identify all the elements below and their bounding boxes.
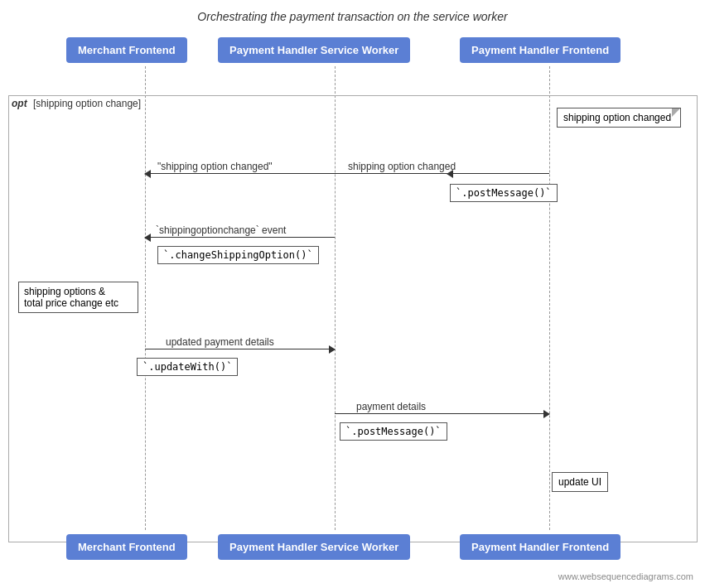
actor-sw-bottom: Payment Handler Service Worker: [218, 534, 410, 560]
arrow-shippingoptionchange: [145, 237, 335, 238]
actor-merchant-bottom: Merchant Frontend: [66, 534, 187, 560]
arrow-label-shippingoptionchange: `shippingoptionchange` event: [156, 224, 286, 236]
arrow-shipping-option-sw: [447, 173, 549, 174]
actor-merchant-top: Merchant Frontend: [66, 37, 187, 63]
arrow-sw-merchant: [145, 173, 447, 174]
diagram-title: Orchestrating the payment transaction on…: [0, 0, 705, 30]
method-changeShippingOption: `.changeShippingOption()`: [157, 246, 319, 264]
opt-condition: [shipping option change]: [33, 98, 141, 109]
arrow-label-payment-details: payment details: [356, 401, 426, 412]
method-updateWith: `.updateWith()`: [137, 358, 238, 376]
note-update-ui: update UI: [552, 472, 608, 492]
actor-frontend-top: Payment Handler Frontend: [460, 37, 620, 63]
diagram: Orchestrating the payment transaction on…: [0, 0, 705, 588]
method-postmessage-2: `.postMessage()`: [340, 422, 447, 441]
arrow-updated-payment: [145, 349, 335, 349]
opt-label: opt: [12, 98, 27, 109]
actor-sw-top: Payment Handler Service Worker: [218, 37, 410, 63]
arrow-label-updated-payment: updated payment details: [166, 336, 274, 348]
arrow-payment-details: [335, 413, 549, 414]
watermark: www.websequencediagrams.com: [558, 571, 693, 581]
method-postmessage-1: `.postMessage()`: [450, 184, 558, 202]
side-note-shipping-options: shipping options & total price change et…: [18, 282, 138, 313]
note-shipping-option-changed: shipping option changed: [557, 108, 681, 128]
arrow-label-shipping-option-changed: shipping option changed: [348, 161, 456, 172]
arrow-label-sw-merchant: "shipping option changed": [157, 161, 273, 172]
actor-frontend-bottom: Payment Handler Frontend: [460, 534, 620, 560]
